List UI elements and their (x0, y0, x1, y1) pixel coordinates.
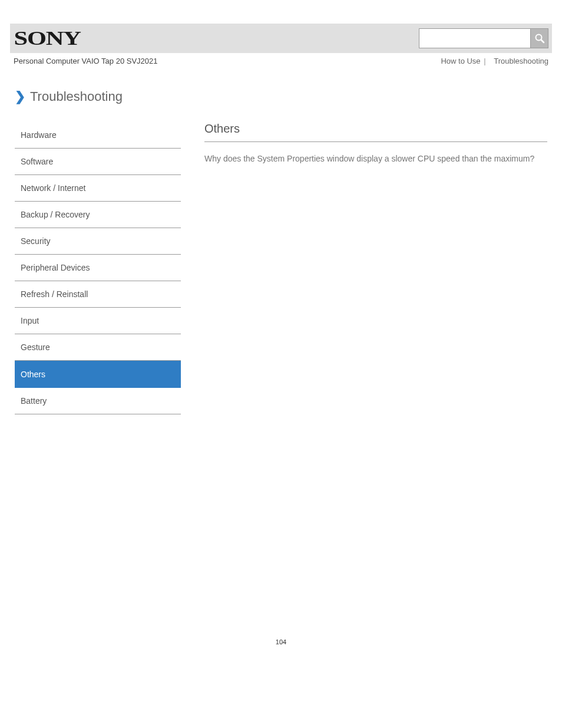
sidebar-item-battery[interactable]: Battery (15, 388, 181, 414)
sidebar-item-label: Network / Internet (21, 183, 86, 193)
page-title-row: ❯ Troubleshooting (15, 89, 552, 104)
sidebar-item-others[interactable]: Others (15, 361, 181, 388)
link-how-to-use[interactable]: How to Use (441, 57, 480, 65)
link-troubleshooting[interactable]: Troubleshooting (494, 57, 548, 65)
topic-link[interactable]: Why does the System Properties window di… (204, 151, 547, 166)
svg-line-1 (541, 40, 544, 43)
search-icon (534, 33, 545, 44)
sidebar-item-label: Others (21, 370, 45, 379)
sidebar-item-network[interactable]: Network / Internet (15, 175, 181, 202)
sidebar-item-label: Software (21, 157, 53, 166)
link-separator: | (484, 57, 485, 65)
sidebar-item-label: Hardware (21, 130, 57, 140)
sidebar-item-label: Gesture (21, 342, 50, 352)
sidebar-item-security[interactable]: Security (15, 228, 181, 255)
content-heading: Others (204, 122, 547, 142)
sidebar-item-software[interactable]: Software (15, 149, 181, 175)
sidebar-item-hardware[interactable]: Hardware (15, 122, 181, 149)
sidebar-item-input[interactable]: Input (15, 308, 181, 334)
sidebar: Hardware Software Network / Internet Bac… (15, 122, 181, 414)
user-guide-label: Personal Computer VAIO Tap 20 SVJ2021 (14, 57, 158, 65)
sidebar-item-label: Backup / Recovery (21, 210, 90, 219)
search-group (419, 28, 548, 48)
sidebar-item-refresh[interactable]: Refresh / Reinstall (15, 281, 181, 308)
main-content: Others Why does the System Properties wi… (204, 122, 547, 414)
sidebar-item-gesture[interactable]: Gesture (15, 334, 181, 361)
brand-logo: SONY (12, 27, 81, 50)
sidebar-item-label: Input (21, 316, 39, 325)
sidebar-item-backup[interactable]: Backup / Recovery (15, 202, 181, 228)
page-title: Troubleshooting (30, 89, 123, 104)
sidebar-item-label: Battery (21, 396, 47, 406)
header-bar: SONY (10, 24, 552, 53)
sidebar-item-label: Refresh / Reinstall (21, 289, 88, 299)
sidebar-item-label: Security (21, 236, 51, 246)
search-button[interactable] (531, 28, 548, 48)
sidebar-item-label: Peripheral Devices (21, 263, 90, 272)
chevron-right-icon: ❯ (15, 90, 25, 103)
subheader: Personal Computer VAIO Tap 20 SVJ2021 Ho… (10, 53, 552, 65)
search-input[interactable] (419, 28, 531, 48)
sidebar-item-peripheral[interactable]: Peripheral Devices (15, 255, 181, 281)
page-number: 104 (10, 638, 552, 663)
